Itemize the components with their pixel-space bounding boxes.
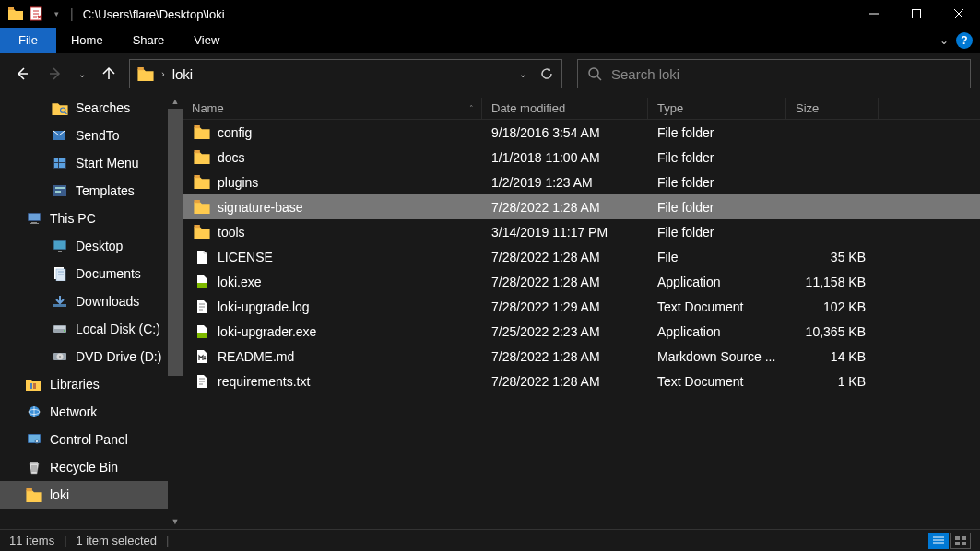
sidebar-item-label: Libraries	[50, 377, 100, 392]
sidebar-item-label: Searches	[76, 100, 130, 115]
file-row[interactable]: LICENSE7/28/2022 1:28 AMFile35 KB	[183, 244, 980, 269]
file-row[interactable]: config9/18/2016 3:54 AMFile folder	[183, 120, 980, 145]
search-bar[interactable]	[577, 59, 971, 88]
file-size: 10,365 KB	[786, 324, 879, 339]
file-date: 3/14/2019 11:17 PM	[482, 225, 648, 240]
sidebar-item-label: Templates	[76, 183, 135, 198]
file-type: Text Document	[648, 374, 786, 389]
details-view-button[interactable]	[928, 533, 949, 549]
downloads-icon	[52, 293, 68, 310]
file-name: signature-base	[218, 200, 303, 215]
sidebar-scrollbar[interactable]: ▲ ▼	[168, 94, 183, 529]
sidebar-item-sendto[interactable]: SendTo	[0, 122, 183, 149]
properties-icon[interactable]	[28, 6, 44, 22]
sidebar-item-libraries[interactable]: Libraries	[0, 370, 183, 398]
svg-point-40	[59, 356, 61, 358]
file-name: plugins	[218, 175, 258, 190]
svg-rect-73	[955, 542, 960, 545]
svg-rect-42	[33, 383, 36, 389]
column-size[interactable]: Size	[786, 98, 879, 119]
file-row[interactable]: requirements.txt7/28/2022 1:28 AMText Do…	[183, 369, 980, 393]
refresh-button[interactable]	[539, 66, 554, 81]
item-count: 11 items	[9, 533, 54, 547]
file-row[interactable]: loki.exe7/28/2022 1:28 AMApplication11,1…	[183, 269, 980, 294]
file-tab[interactable]: File	[0, 28, 56, 53]
thispc-icon	[26, 210, 42, 227]
file-date: 1/1/2018 11:00 AM	[482, 150, 648, 165]
chevron-down-icon[interactable]: ▾	[48, 6, 65, 22]
sidebar-item-label: DVD Drive (D:)	[76, 349, 161, 364]
navigation-pane[interactable]: SearchesSendToStart MenuTemplatesThis PC…	[0, 94, 183, 529]
sidebar-item-start-menu[interactable]: Start Menu	[0, 149, 183, 177]
address-segment[interactable]: loki	[172, 66, 512, 82]
svg-rect-58	[194, 200, 199, 203]
scrollbar-thumb[interactable]	[168, 109, 183, 376]
chevron-right-icon[interactable]: ›	[161, 68, 165, 79]
folder-icon	[26, 487, 42, 503]
file-row[interactable]: loki-upgrader.exe7/25/2022 2:23 AMApplic…	[183, 319, 980, 344]
sidebar-item-dvd-drive-d-[interactable]: DVD Drive (D:)	[0, 343, 183, 370]
file-date: 7/28/2022 1:28 AM	[482, 200, 648, 215]
file-date: 7/28/2022 1:28 AM	[482, 250, 648, 264]
sidebar-item-templates[interactable]: Templates	[0, 177, 183, 205]
file-row[interactable]: signature-base7/28/2022 1:28 AMFile fold…	[183, 194, 980, 219]
folder-icon	[194, 224, 210, 240]
file-size: 11,158 KB	[786, 275, 879, 289]
minimize-button[interactable]	[853, 0, 895, 28]
svg-rect-19	[59, 163, 65, 168]
network-icon	[26, 404, 42, 420]
sidebar-item-downloads[interactable]: Downloads	[0, 287, 183, 315]
file-list[interactable]: Name˄ Date modified Type Size config9/18…	[183, 94, 980, 529]
search-input[interactable]	[611, 66, 961, 82]
folder-icon	[194, 174, 210, 191]
sidebar-item-local-disk-c-[interactable]: Local Disk (C:)	[0, 315, 183, 343]
sidebar-item-searches[interactable]: Searches	[0, 94, 183, 122]
file-row[interactable]: README.md7/28/2022 1:28 AMMarkdown Sourc…	[183, 344, 980, 369]
svg-rect-0	[8, 7, 14, 10]
file-row[interactable]: plugins1/2/2019 1:23 AMFile folder	[183, 170, 980, 194]
folder-search-icon	[52, 100, 68, 116]
sidebar-item-loki[interactable]: loki	[0, 481, 183, 509]
sidebar-item-documents[interactable]: Documents	[0, 260, 183, 287]
ribbon-expand-icon[interactable]: ⌄	[939, 34, 949, 47]
file-name: loki-upgrade.log	[218, 299, 310, 314]
svg-rect-72	[962, 536, 966, 540]
recent-locations-button[interactable]: ⌄	[76, 61, 89, 87]
file-row[interactable]: docs1/1/2018 11:00 AMFile folder	[183, 145, 980, 170]
forward-button[interactable]	[42, 61, 68, 87]
sidebar-item-this-pc[interactable]: This PC	[0, 205, 183, 232]
column-name[interactable]: Name˄	[183, 98, 482, 119]
sidebar-item-label: Local Disk (C:)	[76, 322, 160, 336]
back-button[interactable]	[9, 61, 35, 87]
svg-point-49	[36, 440, 38, 442]
file-type: File folder	[648, 225, 786, 240]
sidebar-item-desktop[interactable]: Desktop	[0, 232, 183, 260]
column-type[interactable]: Type	[648, 98, 786, 119]
column-date[interactable]: Date modified	[482, 98, 648, 119]
help-button[interactable]: ?	[956, 32, 973, 49]
up-button[interactable]	[96, 61, 122, 87]
thumbnails-view-button[interactable]	[950, 533, 971, 549]
scroll-down-arrow[interactable]: ▼	[168, 514, 183, 529]
file-date: 7/28/2022 1:29 AM	[482, 299, 648, 314]
file-date: 9/18/2016 3:54 AM	[482, 125, 648, 140]
address-dropdown-icon[interactable]: ⌄	[519, 69, 526, 79]
file-size: 1 KB	[786, 374, 879, 389]
maximize-button[interactable]	[895, 0, 938, 28]
scroll-up-arrow[interactable]: ▲	[168, 94, 183, 109]
share-tab[interactable]: Share	[118, 28, 180, 53]
file-row[interactable]: loki-upgrade.log7/28/2022 1:29 AMText Do…	[183, 294, 980, 319]
sidebar-item-recycle-bin[interactable]: Recycle Bin	[0, 453, 183, 481]
address-bar[interactable]: › loki ⌄	[129, 59, 562, 88]
close-button[interactable]	[938, 0, 980, 28]
file-type: File folder	[648, 125, 786, 140]
sidebar-item-network[interactable]: Network	[0, 398, 183, 426]
sidebar-item-control-panel[interactable]: Control Panel	[0, 426, 183, 453]
svg-rect-59	[194, 225, 199, 228]
svg-rect-29	[58, 251, 62, 252]
home-tab[interactable]: Home	[56, 28, 118, 53]
file-row[interactable]: tools3/14/2019 11:17 PMFile folder	[183, 219, 980, 244]
svg-point-10	[589, 68, 598, 77]
folder-icon	[194, 199, 210, 216]
view-tab[interactable]: View	[179, 28, 234, 53]
